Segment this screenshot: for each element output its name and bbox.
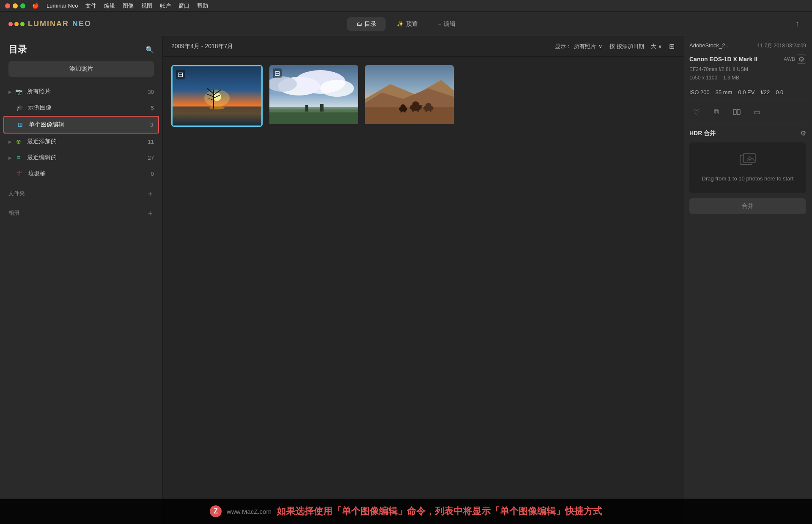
menu-item-file[interactable]: 文件 <box>85 2 96 10</box>
presets-tab-icon: ✨ <box>397 21 403 27</box>
add-album-button[interactable]: ＋ <box>146 208 154 218</box>
apple-menu[interactable]: 🍎 <box>32 3 39 9</box>
action-icons: ♡ ⧉ ▭ <box>689 101 806 123</box>
folders-section: 文件夹 ＋ <box>0 182 162 201</box>
add-photos-button[interactable]: 添加照片 <box>8 61 154 77</box>
flag-button[interactable]: ▭ <box>750 105 764 119</box>
compare-button[interactable] <box>730 105 743 119</box>
svg-rect-45 <box>743 153 755 163</box>
photo-filename: AdobeStock_2... <box>689 42 730 49</box>
chevron-icon: ▶ <box>8 90 12 94</box>
toolbar-right: ↑ <box>791 18 804 30</box>
albums-section: 相册 ＋ <box>0 201 162 221</box>
bottom-url[interactable]: www.MacZ.com <box>227 508 272 515</box>
tab-presets[interactable]: ✨ 预置 <box>387 17 427 31</box>
photo-info-header: AdobeStock_2... 11 7月 2018 08:24:09 <box>689 42 806 49</box>
merge-button[interactable]: 合并 <box>689 198 806 214</box>
app-window: LUMINAR NEO 🗂 目录 ✨ 预置 ≡ 编辑 ↑ 目录 <box>0 12 812 524</box>
focal-value: 35 mm <box>716 89 732 96</box>
size-select[interactable]: 大 ∨ <box>651 43 662 50</box>
hdr-drop-zone[interactable]: Drag from 1 to 10 photos here to start <box>689 142 806 193</box>
filter-select[interactable]: 显示： 所有照片 ∨ <box>555 43 603 50</box>
camera-info: Canon EOS-1D X Mark II AWB <box>689 55 806 85</box>
all-photos-icon: 📷 <box>14 87 23 96</box>
share-button[interactable]: ↑ <box>791 18 804 30</box>
single-edit-icon: ⊞ <box>16 120 25 129</box>
sidebar-item-recently-added[interactable]: ▶ ⊕ 最近添加的 11 <box>0 134 162 150</box>
toolbar: LUMINAR NEO 🗂 目录 ✨ 预置 ≡ 编辑 ↑ <box>0 12 812 36</box>
logo-dot-green <box>20 22 25 26</box>
sidebar: 目录 🔍 添加照片 ▶ 📷 所有照片 30 🎓 示例图像 5 ⊞ 单个图像编辑 … <box>0 36 163 524</box>
menu-item-window[interactable]: 窗口 <box>178 2 189 10</box>
sidebar-item-sample-images[interactable]: 🎓 示例图像 5 <box>0 100 162 116</box>
menu-item-account[interactable]: 账户 <box>160 2 171 10</box>
photo-image-1 <box>173 66 261 126</box>
minimize-button[interactable] <box>13 3 18 8</box>
single-edit-count: 3 <box>150 122 153 128</box>
catalog-tab-icon: 🗂 <box>357 21 362 27</box>
iso-value: ISO 200 <box>689 89 710 96</box>
trash-label: 垃圾桶 <box>28 170 148 177</box>
edit-tab-label: 编辑 <box>444 20 455 28</box>
svg-rect-26 <box>417 107 419 112</box>
svg-point-4 <box>209 106 225 109</box>
menu-item-view[interactable]: 视图 <box>141 2 152 10</box>
size-label: 大 <box>651 43 656 50</box>
folders-label: 文件夹 <box>8 190 25 197</box>
wb-icon[interactable] <box>797 55 806 64</box>
toolbar-tabs: 🗂 目录 ✨ 预置 ≡ 编辑 <box>347 17 465 31</box>
sidebar-item-single-edit[interactable]: ⊞ 单个图像编辑 3 <box>3 116 159 134</box>
lens-info: EF24-70mm f/2.8L II USM <box>689 66 806 72</box>
tab-edit[interactable]: ≡ 编辑 <box>429 17 465 31</box>
sample-images-icon: 🎓 <box>15 104 24 112</box>
search-icon[interactable]: 🔍 <box>145 46 154 54</box>
close-button[interactable] <box>5 3 10 8</box>
photo-thumb-1[interactable]: ⊟ <box>171 65 263 127</box>
maximize-button[interactable] <box>20 3 25 8</box>
sort-label: 按 按添加日期 <box>609 43 644 50</box>
logo-circles <box>8 22 25 26</box>
svg-rect-35 <box>404 109 406 112</box>
photo-image-3 <box>365 65 454 126</box>
filter-value: 所有照片 <box>574 43 596 50</box>
dimension-info: 1650 x 1100 1.3 MB <box>689 75 806 81</box>
sidebar-title: 目录 <box>8 43 27 56</box>
photo-thumb-3[interactable] <box>365 65 454 127</box>
sidebar-item-recently-edited[interactable]: ▶ ≡ 最近编辑的 27 <box>0 150 162 166</box>
right-panel: AdobeStock_2... 11 7月 2018 08:24:09 Cano… <box>683 36 812 524</box>
catalog-tab-label: 目录 <box>365 20 376 28</box>
sidebar-item-trash[interactable]: 🗑 垃圾桶 0 <box>0 166 162 182</box>
menu-item-image[interactable]: 图像 <box>123 2 134 10</box>
all-photos-count: 30 <box>148 89 154 95</box>
filter-label: 显示： <box>555 43 571 50</box>
logo-luminar: LUMINAR <box>28 19 69 28</box>
menu-item-edit[interactable]: 编辑 <box>104 2 115 10</box>
edit-tab-icon: ≡ <box>438 21 442 27</box>
sidebar-item-all-photos[interactable]: ▶ 📷 所有照片 30 <box>0 84 162 100</box>
copy-button[interactable]: ⧉ <box>710 105 723 119</box>
date-range: 2009年4月 - 2018年7月 <box>171 43 233 50</box>
svg-point-14 <box>320 80 354 97</box>
sort-select[interactable]: 按 按添加日期 <box>609 43 644 50</box>
sidebar-header: 目录 🔍 <box>0 43 162 61</box>
hdr-settings-icon[interactable]: ⚙ <box>800 129 806 137</box>
ev-value: 0.0 EV <box>738 89 754 96</box>
photo-thumb-2[interactable]: ⊟ <box>269 65 358 127</box>
title-bar: 🍎 Luminar Neo 文件 编辑 图像 视图 账户 窗口 帮助 <box>0 0 812 12</box>
traffic-lights <box>5 3 25 8</box>
tab-catalog[interactable]: 🗂 目录 <box>347 17 386 31</box>
camera-wb: AWB <box>784 55 806 64</box>
hdr-drop-text: Drag from 1 to 10 photos here to start <box>702 175 794 183</box>
photos-grid: ⊟ <box>163 57 683 524</box>
hdr-title: HDR 合并 <box>689 130 716 137</box>
favorite-button[interactable]: ♡ <box>689 105 703 119</box>
chevron-icon: ▶ <box>8 156 12 160</box>
add-folder-button[interactable]: ＋ <box>146 188 154 199</box>
photo-toolbar: 2009年4月 - 2018年7月 显示： 所有照片 ∨ 按 按添加日期 大 ∨… <box>163 36 683 57</box>
recently-added-count: 11 <box>148 139 154 145</box>
bottom-logo: Z <box>210 505 222 517</box>
grid-toggle-button[interactable]: ⊞ <box>669 42 675 50</box>
recently-edited-icon: ≡ <box>14 153 23 162</box>
svg-rect-5 <box>213 90 214 109</box>
menu-item-help[interactable]: 帮助 <box>197 2 208 10</box>
